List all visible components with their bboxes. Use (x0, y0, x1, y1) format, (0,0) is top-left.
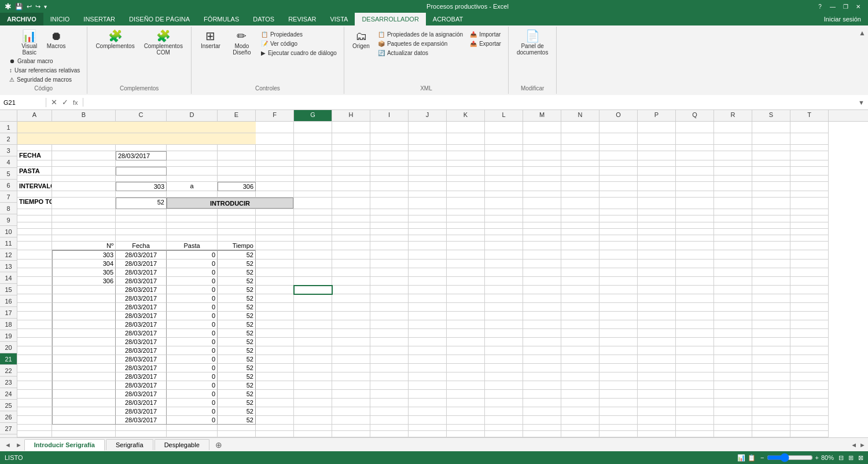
cell-K14[interactable] (447, 229, 485, 235)
cell-B10[interactable] (52, 198, 116, 209)
cell-E21[interactable]: 52 (218, 286, 256, 294)
cell-Q10[interactable] (676, 198, 714, 209)
cell-J5[interactable] (409, 160, 447, 167)
cell-R37[interactable] (714, 425, 752, 431)
cell-O3[interactable] (599, 145, 638, 151)
cell-L34[interactable] (485, 399, 523, 407)
cell-G8[interactable] (294, 182, 332, 191)
cell-D16[interactable]: Pasta (167, 242, 218, 250)
cell-L4[interactable] (485, 151, 523, 160)
cell-S12[interactable] (752, 215, 790, 222)
cell-K31[interactable] (447, 372, 485, 381)
cell-D22[interactable]: 0 (167, 294, 218, 303)
cell-S4[interactable] (752, 151, 790, 160)
cell-F16[interactable] (256, 242, 294, 250)
cell-K28[interactable] (447, 346, 485, 355)
cell-D12[interactable] (167, 215, 218, 222)
row-num-20[interactable]: 20 (0, 342, 17, 353)
cell-J34[interactable] (409, 399, 447, 407)
cell-T36[interactable] (790, 416, 829, 425)
cell-B15[interactable] (52, 235, 116, 242)
cell-J25[interactable] (409, 320, 447, 329)
cell-P15[interactable] (638, 235, 676, 242)
restore-button[interactable]: ❐ (840, 1, 851, 12)
cell-L24[interactable] (485, 312, 523, 320)
cell-G25[interactable] (294, 320, 332, 329)
row-num-19[interactable]: 19 (0, 330, 17, 342)
cell-O27[interactable] (599, 338, 638, 346)
cell-K23[interactable] (447, 303, 485, 312)
cell-J1[interactable] (409, 122, 447, 133)
cell-M26[interactable] (523, 329, 561, 338)
cell-L27[interactable] (485, 338, 523, 346)
cell-H21[interactable] (332, 286, 370, 294)
cell-I7[interactable] (370, 176, 409, 182)
cell-N14[interactable] (561, 229, 599, 235)
cell-C13[interactable] (116, 222, 167, 229)
cell-C29[interactable]: 28/03/2017 (116, 355, 167, 364)
cell-G7[interactable] (294, 176, 332, 182)
cell-J35[interactable] (409, 407, 447, 416)
cell-A11[interactable] (17, 209, 52, 215)
cell-Q25[interactable] (676, 320, 714, 329)
cell-Q7[interactable] (676, 176, 714, 182)
cell-M19[interactable] (523, 268, 561, 277)
cell-H35[interactable] (332, 407, 370, 416)
cell-M35[interactable] (523, 407, 561, 416)
cell-P5[interactable] (638, 160, 676, 167)
cell-F32[interactable] (256, 381, 294, 390)
cell-Q9[interactable] (676, 191, 714, 198)
cell-S15[interactable] (752, 235, 790, 242)
cell-S24[interactable] (752, 312, 790, 320)
cell-J38[interactable] (409, 431, 447, 437)
cell-B19[interactable]: 305 (52, 268, 116, 277)
cell-E14[interactable] (218, 229, 256, 235)
ejecutar-cuadro-button[interactable]: ▶ Ejecutar cuadro de diálogo (259, 49, 339, 57)
cell-B7[interactable] (52, 176, 116, 182)
cell-P28[interactable] (638, 346, 676, 355)
cell-P23[interactable] (638, 303, 676, 312)
cell-J3[interactable] (409, 145, 447, 151)
cell-O24[interactable] (599, 312, 638, 320)
cell-Q4[interactable] (676, 151, 714, 160)
cell-P32[interactable] (638, 381, 676, 390)
row-num-2[interactable]: 2 (0, 133, 17, 145)
cell-L14[interactable] (485, 229, 523, 235)
cell-T3[interactable] (790, 145, 829, 151)
col-header-b[interactable]: B (52, 110, 116, 121)
cell-B21[interactable] (52, 286, 116, 294)
cell-O29[interactable] (599, 355, 638, 364)
cell-K30[interactable] (447, 364, 485, 372)
cell-B9[interactable] (52, 191, 116, 198)
cell-H4[interactable] (332, 151, 370, 160)
cell-C30[interactable]: 28/03/2017 (116, 364, 167, 372)
cell-G20[interactable] (294, 277, 332, 286)
cell-I37[interactable] (370, 425, 409, 431)
cell-K19[interactable] (447, 268, 485, 277)
cell-O33[interactable] (599, 390, 638, 399)
cell-D30[interactable]: 0 (167, 364, 218, 372)
cell-P17[interactable] (638, 250, 676, 260)
cell-Q18[interactable] (676, 260, 714, 268)
cell-H24[interactable] (332, 312, 370, 320)
cell-H2[interactable] (332, 133, 370, 145)
cell-S35[interactable] (752, 407, 790, 416)
cell-T13[interactable] (790, 222, 829, 229)
cell-R25[interactable] (714, 320, 752, 329)
cell-N27[interactable] (561, 338, 599, 346)
cell-A33[interactable] (17, 390, 52, 399)
cell-S9[interactable] (752, 191, 790, 198)
cell-K27[interactable] (447, 338, 485, 346)
cell-L17[interactable] (485, 250, 523, 260)
cell-O23[interactable] (599, 303, 638, 312)
cell-P30[interactable] (638, 364, 676, 372)
cell-H32[interactable] (332, 381, 370, 390)
cell-P4[interactable] (638, 151, 676, 160)
cell-Q32[interactable] (676, 381, 714, 390)
cell-A25[interactable] (17, 320, 52, 329)
cell-G16[interactable] (294, 242, 332, 250)
cell-G4[interactable] (294, 151, 332, 160)
cell-L23[interactable] (485, 303, 523, 312)
cell-F26[interactable] (256, 329, 294, 338)
cell-F34[interactable] (256, 399, 294, 407)
